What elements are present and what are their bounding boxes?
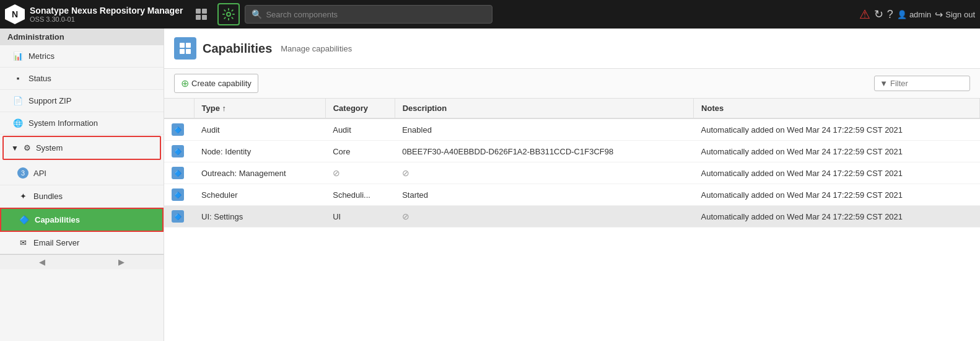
status-icon: ▪ (12, 74, 24, 83)
sidebar-item-capabilities[interactable]: 🔷 Capabilities (0, 208, 164, 232)
disabled-icon: ⊘ (333, 168, 340, 178)
disabled-icon: ⊘ (402, 211, 409, 221)
col-notes: Notes (694, 99, 980, 118)
content-header: Capabilities Manage capabilities (164, 29, 980, 69)
svg-rect-8 (186, 49, 191, 54)
row-type: Outreach: Management (194, 162, 325, 184)
signout-button[interactable]: ↪ Sign out (935, 9, 975, 20)
create-capability-button[interactable]: ⊕ Create capability (174, 74, 258, 93)
svg-rect-5 (180, 43, 185, 48)
disabled-icon: ⊘ (402, 168, 409, 178)
row-category: ⊘ (325, 162, 395, 184)
row-type: Audit (194, 118, 325, 141)
row-description: 0BEE7F30-A40EBBDD-D626F1A2-BB311CCD-C1F3… (395, 141, 693, 162)
row-notes: Automatically added on Wed Mar 24 17:22:… (694, 184, 980, 206)
app-logo: N Sonatype Nexus Repository Manager OSS … (5, 4, 183, 24)
content-area: Capabilities Manage capabilities ⊕ Creat… (164, 29, 980, 341)
api-icon: 3 (17, 167, 28, 179)
sidebar-item-status[interactable]: ▪ Status (0, 68, 164, 90)
svg-rect-0 (196, 9, 201, 14)
table-header-row: Type ↑ Category Description Notes (164, 99, 980, 118)
browse-icon-btn[interactable] (190, 3, 212, 25)
table-row[interactable]: 🔷AuditAuditEnabledAutomatically added on… (164, 118, 980, 141)
refresh-icon[interactable]: ↻ (874, 7, 883, 21)
search-icon: 🔍 (252, 9, 262, 19)
metrics-icon: 📊 (12, 51, 24, 61)
table-row[interactable]: 🔷Node: IdentityCore0BEE7F30-A40EBBDD-D62… (164, 141, 980, 162)
sidebar-section-title: Administration (0, 29, 164, 45)
row-notes: Automatically added on Wed Mar 24 17:22:… (694, 206, 980, 228)
row-type: Scheduler (194, 184, 325, 206)
capabilities-table-wrap: Type ↑ Category Description Notes 🔷Audit… (164, 99, 980, 228)
page-subtitle: Manage capabilities (281, 44, 352, 53)
app-title-block: Sonatype Nexus Repository Manager OSS 3.… (30, 6, 183, 23)
table-row[interactable]: 🔷Outreach: Management⊘⊘Automatically add… (164, 162, 980, 184)
col-description: Description (395, 99, 693, 118)
app-name: Sonatype Nexus Repository Manager (30, 6, 183, 16)
row-type: UI: Settings (194, 206, 325, 228)
settings-icon-btn[interactable] (217, 3, 240, 25)
svg-point-4 (227, 12, 230, 16)
page-title: Capabilities (203, 42, 272, 56)
search-input[interactable] (266, 10, 486, 19)
svg-rect-2 (196, 15, 201, 20)
row-description: Started (395, 184, 693, 206)
row-notes: Automatically added on Wed Mar 24 17:22:… (694, 118, 980, 141)
capabilities-header-icon (174, 37, 196, 60)
sidebar-item-capabilities-label: Capabilities (35, 215, 80, 224)
row-icon-cell: 🔷 (164, 184, 194, 206)
row-type: Node: Identity (194, 141, 325, 162)
sidebar-item-metrics[interactable]: 📊 Metrics (0, 45, 164, 68)
user-button[interactable]: 👤 admin (897, 10, 931, 19)
row-icon-cell: 🔷 (164, 118, 194, 141)
logo-hex: N (5, 4, 25, 24)
help-icon[interactable]: ? (887, 8, 893, 21)
filter-input[interactable] (890, 79, 965, 88)
browse-icon (195, 7, 208, 21)
filter-box[interactable]: ▼ (874, 76, 970, 91)
row-category: Scheduli... (325, 184, 395, 206)
gear-icon (222, 8, 235, 20)
table-row[interactable]: 🔷UI: SettingsUI⊘Automatically added on W… (164, 206, 980, 228)
scroll-left-icon[interactable]: ◀ (39, 257, 45, 267)
sidebar-item-email-server[interactable]: ✉ Email Server (0, 232, 164, 254)
filter-icon: ▼ (880, 79, 888, 88)
table-row[interactable]: 🔷SchedulerScheduli...StartedAutomaticall… (164, 184, 980, 206)
scroll-right-icon[interactable]: ▶ (118, 257, 125, 267)
top-navigation: N Sonatype Nexus Repository Manager OSS … (0, 0, 980, 29)
row-description: ⊘ (395, 162, 693, 184)
row-capability-icon: 🔷 (172, 188, 184, 201)
alert-icon[interactable]: ⚠ (859, 7, 870, 22)
sidebar-item-api[interactable]: 3 API (0, 161, 164, 185)
sidebar-item-bundles-label: Bundles (33, 192, 63, 201)
sidebar-item-support-zip[interactable]: 📄 Support ZIP (0, 90, 164, 112)
col-type: Type ↑ (194, 99, 325, 118)
row-icon-cell: 🔷 (164, 162, 194, 184)
signout-icon: ↪ (935, 9, 943, 20)
sidebar-system-group[interactable]: ▼ ⚙ System (2, 136, 161, 160)
row-icon-cell: 🔷 (164, 141, 194, 162)
sidebar-system-group-label: System (36, 143, 63, 153)
row-category: UI (325, 206, 395, 228)
row-description: Enabled (395, 118, 693, 141)
svg-rect-7 (180, 49, 185, 54)
signout-label: Sign out (945, 10, 975, 19)
app-version: OSS 3.30.0-01 (30, 16, 183, 23)
row-capability-icon: 🔷 (172, 145, 184, 157)
sidebar-item-system-information[interactable]: 🌐 System Information (0, 112, 164, 135)
row-notes: Automatically added on Wed Mar 24 17:22:… (694, 141, 980, 162)
row-notes: Automatically added on Wed Mar 24 17:22:… (694, 162, 980, 184)
user-icon: 👤 (897, 10, 907, 19)
gear-icon-sidebar: ⚙ (24, 143, 31, 153)
sidebar-item-bundles[interactable]: ✦ Bundles (0, 185, 164, 208)
row-category: Audit (325, 118, 395, 141)
user-label: admin (909, 10, 931, 19)
sidebar-item-api-label: API (33, 169, 46, 178)
svg-rect-6 (186, 43, 191, 48)
create-capability-label: Create capability (191, 79, 252, 88)
row-category: Core (325, 141, 395, 162)
svg-rect-3 (202, 15, 207, 20)
search-box[interactable]: 🔍 (245, 5, 492, 24)
svg-rect-1 (202, 9, 207, 14)
system-information-icon: 🌐 (12, 118, 24, 128)
